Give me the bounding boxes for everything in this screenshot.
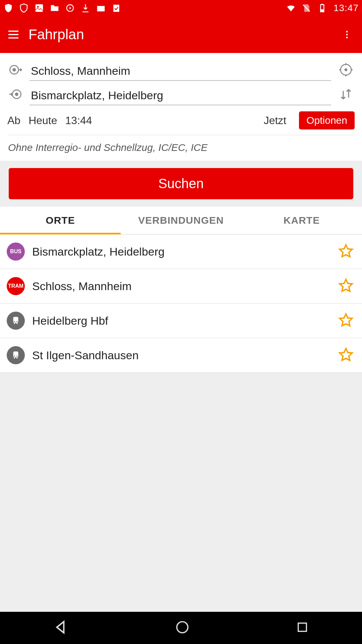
briefcase-icon xyxy=(96,3,106,13)
hamburger-icon xyxy=(7,28,20,41)
place-label: Heidelberg Hbf xyxy=(32,314,330,327)
list-item[interactable]: BUS Bismarckplatz, Heidelberg xyxy=(0,234,362,269)
time-row: Ab Heute 13:44 Jetzt Optionen xyxy=(6,105,356,135)
search-button[interactable]: Suchen xyxy=(9,168,353,199)
star-outline-icon xyxy=(338,312,354,328)
destination-icon xyxy=(6,87,25,102)
favorite-button[interactable] xyxy=(338,312,355,329)
tab-verbindungen[interactable]: VERBINDUNGEN xyxy=(121,207,241,234)
result-tabs: ORTE VERBINDUNGEN KARTE xyxy=(0,207,362,234)
search-button-container: Suchen xyxy=(0,161,362,207)
locate-me-button[interactable] xyxy=(336,60,356,80)
svg-point-23 xyxy=(14,356,15,357)
shield-outline-icon xyxy=(19,3,29,13)
status-icons-left xyxy=(3,3,121,13)
train-badge-icon xyxy=(7,346,25,364)
svg-point-11 xyxy=(346,34,348,36)
origin-icon xyxy=(6,62,25,77)
train-badge-icon xyxy=(7,312,25,330)
image-icon xyxy=(34,3,44,13)
shield-icon xyxy=(3,3,13,13)
svg-point-16 xyxy=(345,69,347,71)
svg-point-10 xyxy=(346,31,348,33)
nav-home-icon xyxy=(175,620,190,635)
bus-badge-icon: BUS xyxy=(7,243,25,261)
tab-karte[interactable]: KARTE xyxy=(241,207,362,234)
svg-point-18 xyxy=(15,93,18,95)
back-button[interactable] xyxy=(53,619,69,637)
app-bar: Fahrplan xyxy=(0,16,362,53)
list-item[interactable]: St Ilgen-Sandhausen xyxy=(0,338,362,373)
page-title: Fahrplan xyxy=(28,26,339,43)
battery-low-icon xyxy=(317,3,327,13)
now-button[interactable]: Jetzt xyxy=(264,114,287,127)
date-picker[interactable]: Heute xyxy=(28,114,57,127)
place-label: St Ilgen-Sandhausen xyxy=(32,349,330,362)
menu-button[interactable] xyxy=(7,28,28,41)
svg-rect-5 xyxy=(113,5,119,12)
no-sim-icon xyxy=(301,3,311,13)
home-button[interactable] xyxy=(175,620,190,636)
folder-icon xyxy=(50,3,60,13)
download-icon xyxy=(80,3,90,13)
svg-point-1 xyxy=(37,6,39,8)
origin-input[interactable] xyxy=(29,58,331,81)
list-item[interactable]: Heidelberg Hbf xyxy=(0,304,362,338)
target-small-icon xyxy=(65,3,75,13)
system-nav-bar xyxy=(0,612,362,644)
nav-back-icon xyxy=(53,619,69,636)
svg-rect-8 xyxy=(320,9,324,12)
depart-arrive-toggle[interactable]: Ab xyxy=(7,114,20,127)
more-vert-icon xyxy=(342,28,352,41)
svg-rect-22 xyxy=(13,352,18,358)
star-outline-icon xyxy=(338,346,354,363)
active-filters-note: Ohne Interregio- und Schnellzug, IC/EC, … xyxy=(6,135,356,161)
svg-point-3 xyxy=(69,7,71,9)
options-button[interactable]: Optionen xyxy=(299,111,355,129)
svg-point-21 xyxy=(16,321,17,322)
tab-orte[interactable]: ORTE xyxy=(0,207,121,234)
svg-point-24 xyxy=(16,356,17,357)
star-outline-icon xyxy=(338,277,354,293)
place-label: Bismarckplatz, Heidelberg xyxy=(32,245,330,258)
favorite-button[interactable] xyxy=(338,277,355,295)
svg-rect-26 xyxy=(298,623,306,632)
destination-input[interactable] xyxy=(29,83,331,105)
places-list: BUS Bismarckplatz, Heidelberg TRAM Schlo… xyxy=(0,234,362,612)
favorite-button[interactable] xyxy=(338,346,355,364)
swap-vert-icon xyxy=(338,86,354,102)
status-clock: 13:47 xyxy=(334,3,359,13)
svg-point-14 xyxy=(13,68,15,71)
svg-rect-4 xyxy=(97,6,105,11)
favorite-button[interactable] xyxy=(338,243,355,260)
place-label: Schloss, Mannheim xyxy=(32,280,330,293)
svg-point-25 xyxy=(177,622,188,633)
overflow-menu-button[interactable] xyxy=(339,28,355,41)
journey-form: Ab Heute 13:44 Jetzt Optionen Ohne Inter… xyxy=(0,53,362,161)
wifi-icon xyxy=(286,3,296,13)
nav-recents-icon xyxy=(295,620,309,634)
crosshair-icon xyxy=(338,62,354,78)
svg-rect-9 xyxy=(321,4,323,5)
status-icons-right: 13:47 xyxy=(286,3,359,13)
swap-button[interactable] xyxy=(336,84,356,104)
clipboard-check-icon xyxy=(111,3,121,13)
svg-rect-0 xyxy=(36,4,43,12)
tram-badge-icon: TRAM xyxy=(7,277,25,295)
svg-point-20 xyxy=(14,321,15,322)
list-item[interactable]: TRAM Schloss, Mannheim xyxy=(0,269,362,304)
origin-row xyxy=(6,58,356,81)
svg-rect-19 xyxy=(13,317,18,323)
svg-point-12 xyxy=(346,37,348,38)
status-bar: 13:47 xyxy=(0,0,362,16)
star-outline-icon xyxy=(338,243,354,259)
destination-row xyxy=(6,83,356,105)
recents-button[interactable] xyxy=(295,620,309,636)
time-picker[interactable]: 13:44 xyxy=(65,114,92,127)
